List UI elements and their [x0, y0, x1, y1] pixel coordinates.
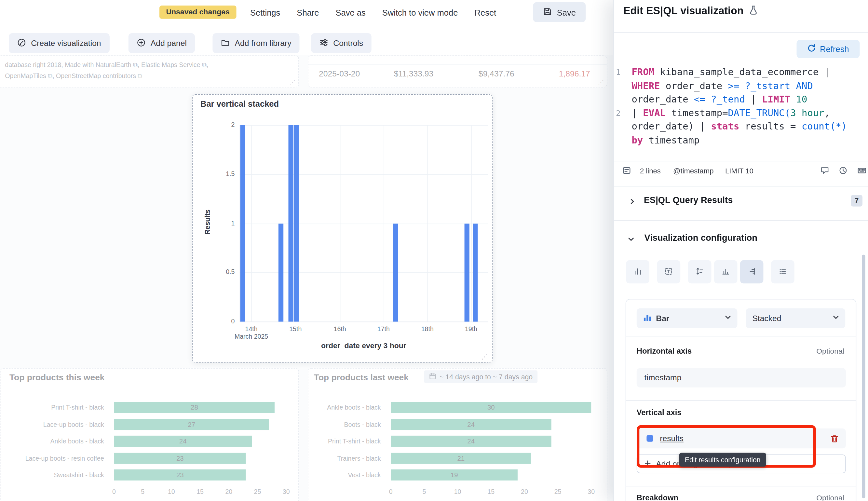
text-frame-icon [664, 266, 673, 277]
stack-mode-select[interactable]: Stacked [746, 308, 845, 328]
horizontal-axis-optional: Optional [816, 347, 844, 355]
code-token: 10 [790, 94, 807, 105]
chart-bar [278, 224, 283, 322]
x-axis-tick-label: 14th [226, 325, 276, 332]
horizontal-axis-field-timestamp[interactable]: timestamp [637, 368, 846, 388]
code-line: order_date) | stats results = count(*) [632, 120, 847, 134]
nav-item-switch-to-view-mode[interactable]: Switch to view mode [382, 8, 458, 17]
nav-item-save-as[interactable]: Save as [336, 8, 366, 17]
config-tab-chart-style[interactable] [626, 260, 649, 283]
bar-chart-icon [643, 313, 652, 323]
history-icon[interactable] [839, 166, 847, 177]
code-token [790, 80, 796, 91]
dashboard-canvas: database right 2018, Made with NaturalEa… [0, 55, 613, 501]
flyout-scrollbar[interactable] [862, 255, 865, 498]
line-number: 2 [614, 109, 632, 117]
query-results-count-badge: 7 [851, 195, 862, 206]
code-token: WHERE [632, 80, 660, 91]
config-tab-legend[interactable] [771, 260, 794, 283]
divider [614, 162, 868, 162]
refresh-button[interactable]: Refresh [797, 40, 860, 58]
nav-item-settings[interactable]: Settings [250, 8, 280, 17]
save-icon [543, 7, 552, 17]
code-token: ?_tstart [745, 80, 790, 91]
code-line: order_date <= ?_tend | LIMIT 10 [632, 93, 807, 106]
vertical-axis-field-results[interactable]: results [637, 428, 846, 448]
x-axis-tick-label: 17th [358, 325, 408, 332]
edit-esql-visualization-flyout: Edit ES|QL visualization Refresh 1FROM k… [613, 0, 868, 501]
y-axis-tick-label: 2 [193, 121, 235, 128]
editor-limit-indicator[interactable]: LIMIT 10 [725, 167, 753, 175]
refresh-label: Refresh [820, 44, 849, 54]
vertical-axis-label: Vertical axis [637, 408, 682, 417]
x-axis-line [240, 322, 488, 322]
divider [626, 400, 856, 401]
breakdown-optional: Optional [816, 494, 844, 501]
results-field-link[interactable]: results [660, 434, 684, 443]
panel-bar-vertical-stacked[interactable]: Bar vertical stacked Results order_date … [192, 94, 493, 362]
gridline [384, 125, 384, 322]
chart-bar [294, 125, 299, 322]
code-token [739, 80, 745, 91]
resize-handle-icon[interactable]: ⋰ [482, 353, 488, 361]
code-token: LIMIT [762, 94, 790, 105]
code-token: | [632, 107, 643, 118]
editor-timestamp-indicator[interactable]: @timestamp [673, 167, 714, 175]
y-axis-tick-label: 1 [193, 220, 235, 226]
config-tab-titles[interactable] [657, 260, 680, 283]
save-button-label: Save [557, 8, 576, 17]
create-visualization-button[interactable]: Create visualization [9, 33, 109, 53]
gridline [240, 224, 488, 224]
legend-list-icon [778, 266, 787, 277]
code-token: <= [694, 94, 705, 105]
chevron-down-icon [724, 313, 732, 323]
code-token: order_date [632, 94, 694, 105]
esql-editor[interactable]: 1FROM kibana_sample_data_ecommerce |WHER… [614, 65, 861, 147]
nav-item-reset[interactable]: Reset [475, 8, 496, 17]
keyboard-icon[interactable] [858, 166, 866, 177]
gridline [240, 125, 488, 126]
controls-button[interactable]: Controls [311, 33, 371, 53]
code-token: AND [796, 80, 813, 91]
code-row: order_date) | stats results = count(*) [614, 120, 861, 134]
line-number: 1 [614, 68, 632, 76]
code-line: FROM kibana_sample_data_ecommerce | [632, 65, 830, 79]
add-panel-button[interactable]: Add panel [129, 33, 195, 53]
code-row: 2| EVAL timestamp=DATE_TRUNC(3 hour, [614, 106, 861, 120]
x-axis-tick-label: 16th [315, 325, 365, 332]
chart-bar [464, 224, 469, 322]
code-row: order_date <= ?_tend | LIMIT 10 [614, 93, 861, 106]
add-panel-label: Add panel [151, 39, 187, 47]
y-axis-tick-label: 0 [193, 318, 235, 324]
config-tab-right-axis[interactable] [740, 260, 763, 283]
code-token: timestamp= [666, 107, 728, 118]
config-tab-left-axis[interactable] [688, 260, 711, 283]
code-token: by [632, 134, 643, 146]
add-from-library-label: Add from library [235, 39, 291, 47]
nav-item-share[interactable]: Share [297, 8, 319, 17]
plus-circle-icon [137, 38, 146, 49]
chevron-right-icon[interactable] [628, 198, 636, 207]
add-from-library-button[interactable]: Add from library [213, 33, 300, 53]
save-button[interactable]: Save [533, 2, 586, 22]
query-results-section-header[interactable]: ES|QL Query Results [644, 195, 733, 206]
lens-icon [17, 38, 26, 49]
chart-type-value: Bar [656, 314, 669, 323]
chart-type-select[interactable]: Bar [637, 308, 738, 328]
feedback-icon[interactable] [821, 166, 829, 177]
chevron-down-icon[interactable] [627, 235, 635, 245]
code-token: stats [711, 121, 739, 132]
config-tab-bottom-axis[interactable] [714, 260, 737, 283]
code-token: ?_tend [711, 94, 745, 105]
visualization-configuration-section-header[interactable]: Visualization configuration [644, 233, 757, 243]
dashboard-toolbar: Create visualization Add panel Add from … [0, 24, 613, 55]
layer-configuration-card: Bar Stacked Horizontal axis Optional tim… [625, 299, 857, 501]
trash-icon[interactable] [830, 434, 839, 443]
tooltip-edit-results-configuration: Edit results configuration [679, 453, 766, 467]
gridline [240, 273, 488, 273]
code-row: by timestamp [614, 134, 861, 147]
divider [614, 220, 868, 221]
controls-label: Controls [333, 39, 363, 47]
gridline [471, 125, 472, 322]
divider [614, 32, 868, 33]
